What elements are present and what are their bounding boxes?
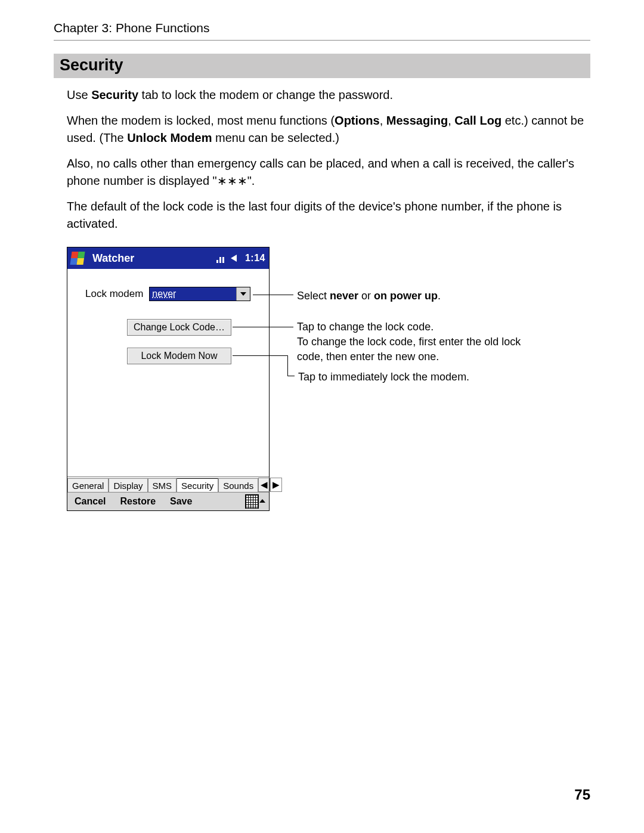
text: menu can be selected.) bbox=[212, 131, 339, 144]
text-bold: Messaging bbox=[386, 114, 448, 127]
text: or bbox=[358, 290, 374, 302]
callout-line bbox=[233, 355, 287, 356]
change-lock-code-button[interactable]: Change Lock Code… bbox=[127, 319, 231, 336]
lock-modem-label: Lock modem bbox=[85, 288, 143, 300]
para-3: Also, no calls other than emergency call… bbox=[67, 155, 590, 190]
device-frame: Watcher 1:14 Lock modem never Change Loc… bbox=[67, 247, 270, 511]
text: , bbox=[448, 114, 454, 127]
callout-line bbox=[287, 355, 288, 376]
text: To change the lock code, first enter the… bbox=[297, 336, 521, 363]
callout-line bbox=[287, 376, 295, 376]
text-bold: Call Log bbox=[454, 114, 501, 127]
callout-line bbox=[233, 327, 293, 327]
tab-display[interactable]: Display bbox=[109, 478, 147, 493]
chapter-header: Chapter 3: Phone Functions bbox=[54, 21, 590, 41]
page-number: 75 bbox=[574, 786, 590, 803]
start-icon[interactable] bbox=[67, 247, 88, 269]
tab-sms[interactable]: SMS bbox=[148, 478, 177, 493]
text: , bbox=[380, 114, 386, 127]
app-title: Watcher bbox=[92, 252, 134, 265]
text: tab to lock the modem or change the pass… bbox=[138, 88, 393, 101]
para-1: Use Security tab to lock the modem or ch… bbox=[67, 86, 590, 104]
text: Select bbox=[297, 290, 330, 302]
tab-scroll-right-icon[interactable]: ▶ bbox=[270, 478, 282, 492]
volume-icon bbox=[231, 253, 242, 263]
callout-combo: Select never or on power up. bbox=[297, 289, 441, 304]
cmd-cancel[interactable]: Cancel bbox=[67, 496, 113, 507]
para-4: The default of the lock code is the last… bbox=[67, 198, 590, 233]
lock-modem-now-button[interactable]: Lock Modem Now bbox=[127, 348, 231, 364]
signal-icon bbox=[216, 253, 227, 263]
text-bold: Unlock Modem bbox=[127, 131, 212, 144]
lock-modem-value: never bbox=[150, 287, 236, 301]
callout-change-code: Tap to change the lock code. To change t… bbox=[297, 320, 530, 365]
cmd-save[interactable]: Save bbox=[163, 496, 199, 507]
para-2: When the modem is locked, most menu func… bbox=[67, 112, 590, 147]
section-title: Security bbox=[54, 54, 590, 78]
chevron-down-icon[interactable] bbox=[236, 287, 250, 301]
figure: Watcher 1:14 Lock modem never Change Loc… bbox=[67, 247, 590, 527]
callout-lock-now: Tap to immediately lock the modem. bbox=[298, 370, 469, 385]
text: . bbox=[438, 290, 441, 302]
text: When the modem is locked, most menu func… bbox=[67, 114, 335, 127]
text-bold: Security bbox=[91, 88, 138, 101]
keyboard-icon[interactable] bbox=[245, 494, 267, 507]
clock: 1:14 bbox=[245, 253, 265, 264]
cmd-restore[interactable]: Restore bbox=[113, 496, 163, 507]
titlebar: Watcher 1:14 bbox=[67, 247, 269, 269]
lock-modem-combo[interactable]: never bbox=[149, 287, 250, 301]
command-bar: Cancel Restore Save bbox=[67, 492, 269, 510]
tab-strip: General Display SMS Security Sounds ◀ ▶ bbox=[67, 476, 269, 492]
tab-scroll-left-icon[interactable]: ◀ bbox=[258, 478, 270, 492]
text: Use bbox=[67, 88, 91, 101]
tab-security[interactable]: Security bbox=[177, 478, 218, 493]
text: Tap to change the lock code. bbox=[297, 321, 434, 333]
callout-line bbox=[253, 295, 293, 295]
tab-sounds[interactable]: Sounds bbox=[218, 478, 258, 493]
text-bold: never bbox=[330, 290, 358, 302]
text-bold: on power up bbox=[374, 290, 438, 302]
client-area: Lock modem never Change Lock Code… Lock … bbox=[67, 269, 269, 476]
tab-general[interactable]: General bbox=[67, 478, 109, 493]
text-bold: Options bbox=[335, 114, 380, 127]
